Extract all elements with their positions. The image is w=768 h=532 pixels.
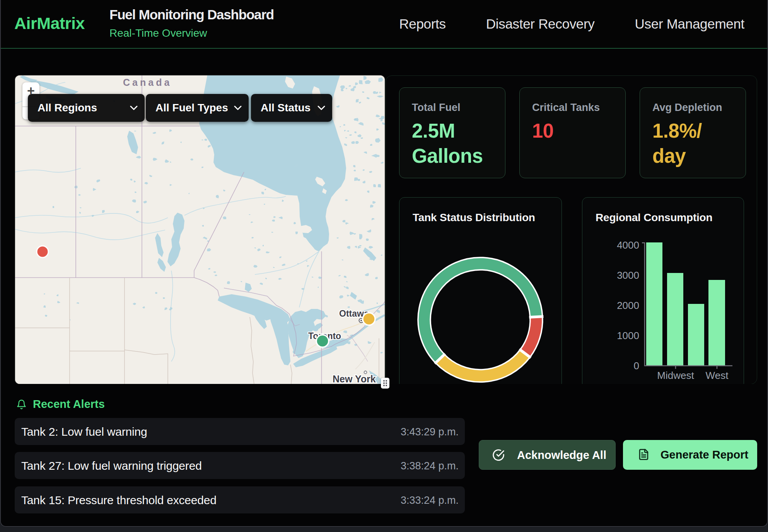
svg-text:3000: 3000	[617, 269, 639, 281]
svg-text:Midwest: Midwest	[657, 370, 694, 381]
svg-text:West: West	[706, 370, 729, 381]
svg-text:4000: 4000	[617, 239, 639, 251]
svg-text:New York: New York	[333, 373, 376, 384]
svg-text:1000: 1000	[617, 330, 639, 341]
svg-text:2000: 2000	[617, 300, 639, 311]
svg-text:Canada: Canada	[123, 77, 172, 88]
svg-text:0: 0	[634, 360, 639, 372]
